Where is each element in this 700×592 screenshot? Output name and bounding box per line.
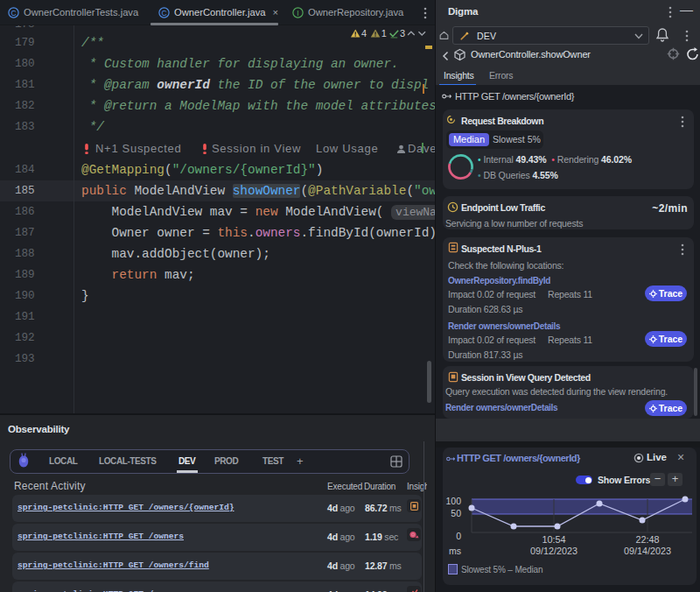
svg-text:1: 1 — [382, 28, 387, 39]
svg-text:4: 4 — [361, 28, 367, 39]
svg-text:C: C — [10, 9, 16, 18]
svg-text:C: C — [161, 9, 166, 18]
svg-text:I: I — [297, 9, 298, 18]
svg-text:3: 3 — [400, 28, 405, 39]
